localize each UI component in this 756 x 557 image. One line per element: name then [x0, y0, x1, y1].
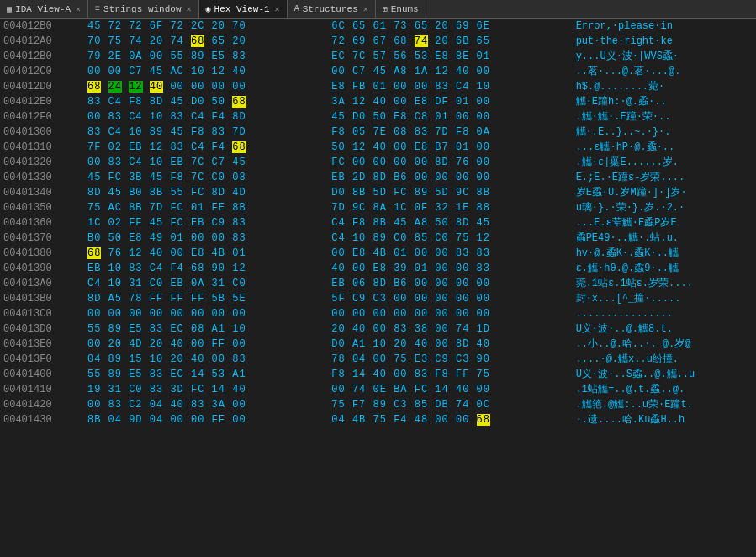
hex-byte[interactable]: 48 — [415, 414, 428, 426]
hex-byte[interactable]: 00 — [415, 81, 428, 93]
hex-byte[interactable]: 00 — [352, 308, 366, 320]
hex-byte[interactable]: 14 — [191, 369, 204, 380]
hex-byte[interactable]: FC — [170, 217, 183, 229]
hex-byte[interactable]: 8D — [373, 172, 387, 183]
hex-byte[interactable]: EB — [331, 172, 345, 183]
hex-byte[interactable]: F8 — [331, 369, 345, 380]
hex-byte[interactable]: 74 — [456, 399, 469, 411]
hex-byte[interactable]: 10 — [191, 66, 204, 77]
hex-byte[interactable]: 74 — [456, 323, 469, 335]
hex-byte[interactable]: 75 — [373, 414, 387, 426]
hex-byte[interactable]: E8 — [331, 81, 345, 93]
hex-byte[interactable]: FC — [191, 384, 204, 395]
hex-byte[interactable]: 15 — [129, 353, 142, 365]
hex-byte[interactable]: 40 — [170, 399, 183, 411]
hex-byte[interactable]: 01 — [415, 263, 428, 274]
hex-byte[interactable]: 5E — [232, 293, 246, 305]
hex-byte[interactable]: 83 — [191, 399, 204, 411]
hex-byte[interactable]: 12 — [129, 247, 142, 259]
hex-byte[interactable]: 10 — [373, 338, 387, 350]
hex-byte[interactable]: 40 — [150, 81, 163, 93]
hex-byte[interactable]: 00 — [108, 66, 122, 77]
tab-hex-view[interactable]: ◉ Hex View-1 ✕ — [199, 0, 288, 18]
hex-byte[interactable]: 50 — [373, 111, 387, 123]
hex-byte[interactable]: 00 — [415, 156, 428, 168]
hex-byte[interactable]: 8B — [150, 187, 163, 199]
hex-byte[interactable]: 00 — [331, 66, 345, 77]
hex-byte[interactable]: 00 — [87, 338, 101, 350]
hex-byte[interactable]: 00 — [435, 247, 448, 259]
hex-byte[interactable]: FF — [212, 338, 225, 350]
hex-byte[interactable]: 12 — [212, 66, 225, 77]
hex-byte[interactable]: 75 — [477, 369, 490, 380]
hex-byte[interactable]: 31 — [108, 384, 122, 395]
hex-byte[interactable]: D0 — [352, 111, 366, 123]
hex-byte[interactable]: 68 — [191, 35, 204, 47]
hex-byte[interactable]: 00 — [456, 172, 469, 183]
hex-byte[interactable]: 7F — [87, 141, 101, 153]
hex-byte[interactable]: 00 — [477, 172, 490, 183]
hex-byte[interactable]: 10 — [150, 353, 163, 365]
hex-byte[interactable]: 00 — [435, 323, 448, 335]
hex-byte[interactable]: 83 — [394, 323, 407, 335]
hex-byte[interactable]: 8A — [373, 202, 387, 214]
hex-byte[interactable]: FC — [415, 384, 428, 395]
hex-byte[interactable]: 40 — [352, 323, 366, 335]
hex-byte[interactable]: 38 — [415, 323, 428, 335]
hex-byte[interactable]: C4 — [191, 111, 204, 123]
hex-byte[interactable]: 00 — [108, 308, 122, 320]
hex-byte[interactable]: 04 — [352, 353, 366, 365]
hex-byte[interactable]: 00 — [435, 172, 448, 183]
hex-byte[interactable]: E3 — [415, 353, 428, 365]
hex-byte[interactable]: 01 — [373, 81, 387, 93]
hex-byte[interactable]: C8 — [415, 111, 428, 123]
hex-byte[interactable]: C9 — [352, 293, 366, 305]
hex-byte[interactable]: 1C — [394, 202, 407, 214]
hex-byte[interactable]: FF — [170, 293, 183, 305]
hex-byte[interactable]: C4 — [331, 232, 345, 244]
hex-byte[interactable]: 75 — [456, 232, 469, 244]
hex-byte[interactable]: FF — [212, 414, 225, 426]
hex-byte[interactable]: 88 — [477, 202, 490, 214]
hex-byte[interactable]: 40 — [477, 338, 490, 350]
hex-byte[interactable]: 02 — [108, 141, 122, 153]
hex-byte[interactable]: C2 — [129, 399, 142, 411]
hex-byte[interactable]: EC — [170, 369, 183, 380]
hex-byte[interactable]: 8D — [87, 187, 101, 199]
hex-byte[interactable]: F4 — [212, 111, 225, 123]
hex-byte[interactable]: BA — [394, 384, 407, 395]
hex-byte[interactable]: 45 — [170, 126, 183, 138]
hex-byte[interactable]: F8 — [456, 126, 469, 138]
hex-byte[interactable]: 50 — [108, 232, 122, 244]
hex-byte[interactable]: 00 — [456, 278, 469, 289]
hex-byte[interactable]: 00 — [191, 232, 204, 244]
hex-byte[interactable]: 00 — [477, 384, 490, 395]
hex-byte[interactable]: 00 — [394, 369, 407, 380]
hex-byte[interactable]: EB — [191, 217, 204, 229]
hex-byte[interactable]: 65 — [477, 35, 490, 47]
hex-byte[interactable]: 00 — [394, 308, 407, 320]
hex-byte[interactable]: 04 — [150, 414, 163, 426]
hex-byte[interactable]: 39 — [394, 263, 407, 274]
hex-byte[interactable]: 65 — [352, 20, 366, 32]
hex-byte[interactable]: 45 — [331, 111, 345, 123]
hex-byte[interactable]: DB — [435, 399, 448, 411]
hex-byte[interactable]: 89 — [415, 187, 428, 199]
hex-byte[interactable]: 79 — [87, 50, 101, 62]
hex-byte[interactable]: C7 — [212, 156, 225, 168]
hex-byte[interactable]: B6 — [394, 172, 407, 183]
hex-byte[interactable]: 83 — [108, 399, 122, 411]
hex-byte[interactable]: 10 — [352, 232, 366, 244]
hex-byte[interactable]: 8D — [456, 217, 469, 229]
hex-byte[interactable]: E8 — [415, 96, 428, 108]
hex-byte[interactable]: 00 — [477, 293, 490, 305]
hex-byte[interactable]: 53 — [212, 369, 225, 380]
hex-byte[interactable]: 4B — [373, 247, 387, 259]
hex-byte[interactable]: 1C — [87, 217, 101, 229]
hex-byte[interactable]: 00 — [150, 50, 163, 62]
hex-byte[interactable]: E8 — [129, 232, 142, 244]
hex-byte[interactable]: 12 — [352, 141, 366, 153]
hex-byte[interactable]: 00 — [232, 414, 246, 426]
hex-byte[interactable]: 00 — [232, 308, 246, 320]
hex-byte[interactable]: E8 — [352, 247, 366, 259]
